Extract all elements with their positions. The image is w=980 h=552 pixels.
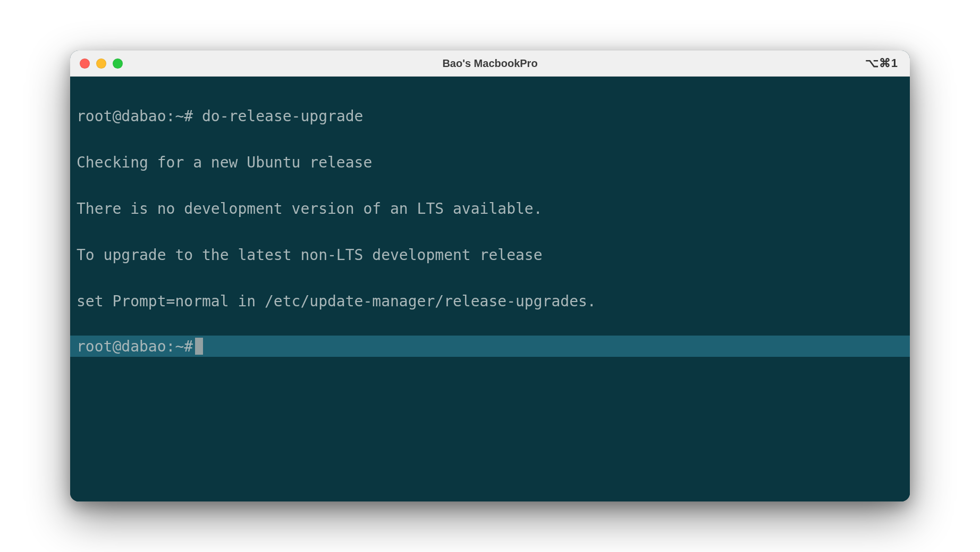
window-titlebar[interactable]: Bao's MacbookPro ⌥⌘1 — [70, 51, 910, 77]
zoom-icon[interactable] — [113, 58, 123, 69]
terminal-window: Bao's MacbookPro ⌥⌘1 root@dabao:~# do-re… — [70, 51, 910, 501]
terminal-output-line: set Prompt=normal in /etc/update-manager… — [77, 290, 903, 313]
window-title: Bao's MacbookPro — [70, 57, 910, 70]
terminal-active-line[interactable]: root@dabao:~# — [70, 336, 910, 357]
window-shortcut-label: ⌥⌘1 — [865, 56, 898, 70]
shell-prompt: root@dabao:~# — [77, 335, 193, 358]
traffic-lights — [80, 58, 123, 69]
shell-command: do-release-upgrade — [202, 107, 363, 125]
shell-prompt: root@dabao:~# — [77, 107, 193, 125]
terminal-area[interactable]: root@dabao:~# do-release-upgrade Checkin… — [70, 77, 910, 501]
close-icon[interactable] — [80, 58, 90, 69]
terminal-output-line: Checking for a new Ubuntu release — [77, 151, 903, 174]
terminal-output-line: There is no development version of an LT… — [77, 197, 903, 220]
terminal-line: root@dabao:~# do-release-upgrade — [77, 105, 903, 128]
cursor-icon — [195, 338, 203, 355]
minimize-icon[interactable] — [96, 58, 106, 69]
terminal-output-line: To upgrade to the latest non-LTS develop… — [77, 244, 903, 266]
